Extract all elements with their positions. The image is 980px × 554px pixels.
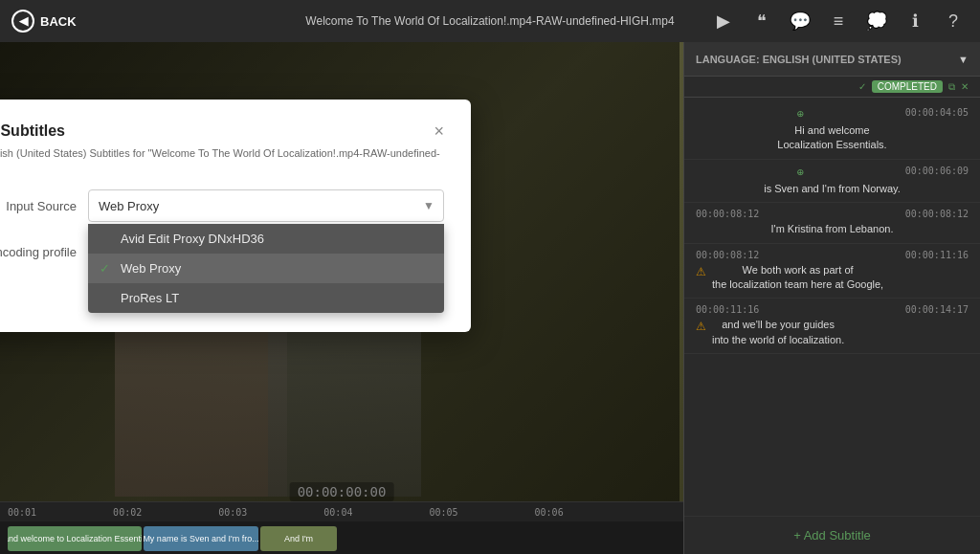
top-bar: ◀ BACK Welcome To The World Of Localizat… — [0, 0, 980, 42]
help-icon[interactable]: ? — [938, 6, 969, 36]
burn-in-subtitles-modal: Burn In Subtitles × Burn in English (Uni… — [0, 100, 471, 332]
main-layout: 00:00:00:00 00:01 00:02 00:03 00:04 00:0… — [0, 42, 980, 554]
back-button[interactable]: ◀ BACK — [11, 10, 77, 33]
check-selected-icon: ✓ — [100, 261, 113, 276]
subtitle-time-start: 00:00:08:12 — [696, 250, 759, 260]
subtitle-time-end: 00:00:14:17 — [905, 304, 969, 315]
completed-badge: COMPLETED — [872, 80, 943, 93]
subtitle-warning-row: ⚠ and we'll be your guidesinto the world… — [696, 318, 969, 347]
subtitle-item[interactable]: ⊕ 00:00:06:09 is Sven and I'm from Norwa… — [684, 160, 980, 203]
subtitle-time-start: 00:00:11:16 — [696, 304, 759, 315]
subtitle-text: and we'll be your guidesinto the world o… — [712, 318, 844, 347]
list-icon[interactable]: ≡ — [823, 6, 854, 36]
input-source-dropdown: Avid Edit Proxy DNxHD36 ✓ Web Proxy ProR… — [88, 224, 444, 313]
subtitle-time-end: 00:00:08:12 — [905, 209, 969, 219]
timeline-clips: Hi and welcome to Localization Essential… — [0, 521, 683, 554]
subtitle-times: 00:00:08:12 00:00:08:12 — [696, 209, 969, 219]
modal-title: Burn In Subtitles — [0, 122, 65, 140]
input-source-label: Input Source — [0, 199, 77, 213]
language-dropdown-arrow[interactable]: ▼ — [958, 54, 969, 65]
subtitle-list: ⊕ 00:00:04:05 Hi and welcomeLocalization… — [684, 98, 980, 516]
subtitle-item[interactable]: 00:00:08:12 00:00:11:16 ⚠ We both work a… — [684, 244, 980, 299]
timeline-ruler: 00:01 00:02 00:03 00:04 00:05 00:06 — [0, 502, 683, 521]
modal-close-button[interactable]: × — [434, 122, 444, 140]
subtitle-time-end: 00:00:06:09 — [905, 166, 969, 179]
warning-icon: ⚠ — [696, 265, 706, 278]
info-icon[interactable]: ℹ — [900, 6, 930, 36]
check-empty — [100, 232, 113, 246]
subtitle-text: Hi and welcomeLocalization Essentials. — [696, 123, 969, 153]
language-bar: LANGUAGE: ENGLISH (UNITED STATES) ▼ — [684, 42, 980, 77]
arrow-icon: ⊕ — [797, 166, 804, 179]
timeline-clip[interactable]: My name is Sven and I'm fro... — [144, 526, 258, 551]
top-icons-group: ▶ ❝ 💬 ≡ 💭 ℹ ? — [708, 6, 969, 36]
input-source-control: Web Proxy ▼ Avid Edit Proxy DNxHD36 ✓ We… — [88, 189, 444, 222]
chat-icon[interactable]: 💬 — [785, 6, 815, 36]
modal-description: Burn in English (United States) Subtitle… — [0, 147, 444, 170]
language-label: LANGUAGE: ENGLISH (UNITED STATES) — [696, 54, 902, 65]
subtitle-text: I'm Kristina from Lebanon. — [696, 222, 969, 236]
input-source-select[interactable]: Web Proxy — [88, 189, 444, 222]
dropdown-item-label: Web Proxy — [121, 261, 181, 276]
checkmark-icon: ✓ — [858, 81, 866, 92]
subtitle-warning-row: ⚠ We both work as part ofthe localizatio… — [696, 263, 969, 293]
arrow-icon: ⊕ — [797, 107, 804, 121]
subtitle-time-end: 00:00:11:16 — [905, 250, 969, 260]
timeline-clip[interactable]: Hi and welcome to Localization Essential… — [8, 526, 142, 551]
timeline-marker: 00:01 — [8, 507, 36, 518]
dropdown-item-prores[interactable]: ProRes LT — [88, 283, 444, 313]
back-circle-icon: ◀ — [11, 10, 34, 33]
dropdown-item-avid[interactable]: Avid Edit Proxy DNxHD36 — [88, 224, 444, 254]
copy-icon[interactable]: ⧉ — [948, 81, 955, 93]
timeline-marker: 00:03 — [218, 507, 247, 518]
warning-icon: ⚠ — [696, 320, 706, 333]
subtitle-times: 00:00:08:12 00:00:11:16 — [696, 250, 969, 260]
timeline-marker: 00:05 — [429, 507, 457, 518]
video-area: 00:00:00:00 00:01 00:02 00:03 00:04 00:0… — [0, 42, 683, 554]
play-icon[interactable]: ▶ — [708, 6, 739, 36]
subtitle-times: ⊕ 00:00:06:09 — [696, 166, 969, 179]
modal-header: Burn In Subtitles × — [0, 122, 444, 140]
timeline-marker: 00:02 — [113, 507, 142, 518]
dropdown-item-label: Avid Edit Proxy DNxHD36 — [121, 232, 264, 246]
timeline-marker: 00:04 — [323, 507, 352, 518]
back-label: BACK — [40, 14, 77, 29]
subtitle-times: ⊕ 00:00:04:05 — [696, 107, 969, 121]
subtitle-text: is Sven and I'm from Norway. — [696, 182, 969, 196]
completed-bar: ✓ COMPLETED ⧉ ✕ — [684, 77, 980, 98]
speech-icon[interactable]: 💭 — [861, 6, 892, 36]
check-empty — [100, 291, 113, 305]
subtitle-times: 00:00:11:16 00:00:14:17 — [696, 304, 969, 315]
right-panel: LANGUAGE: ENGLISH (UNITED STATES) ▼ ✓ CO… — [683, 42, 980, 554]
subtitle-item[interactable]: ⊕ 00:00:04:05 Hi and welcomeLocalization… — [684, 101, 980, 160]
timeline-clip[interactable]: And I'm — [260, 526, 337, 551]
dropdown-item-webproxy[interactable]: ✓ Web Proxy — [88, 254, 444, 283]
add-subtitle-button[interactable]: + Add Subtitle — [684, 516, 980, 554]
close-completed-icon[interactable]: ✕ — [961, 81, 969, 92]
subtitle-time-end: 00:00:04:05 — [905, 107, 969, 121]
video-title: Welcome To The World Of Localization!.mp… — [305, 14, 674, 28]
timeline: 00:01 00:02 00:03 00:04 00:05 00:06 Hi a… — [0, 501, 683, 554]
subtitle-item[interactable]: 00:00:11:16 00:00:14:17 ⚠ and we'll be y… — [684, 299, 980, 354]
subtitle-item[interactable]: 00:00:08:12 00:00:08:12 I'm Kristina fro… — [684, 203, 980, 243]
output-encoding-label: Output encoding profile — [0, 245, 77, 259]
timeline-marker: 00:06 — [535, 507, 564, 518]
subtitle-time-start: 00:00:08:12 — [696, 209, 759, 219]
quote-icon[interactable]: ❝ — [746, 6, 777, 36]
dropdown-item-label: ProRes LT — [121, 291, 179, 305]
input-source-row: Input Source Web Proxy ▼ Avid Edit Proxy… — [0, 189, 444, 222]
subtitle-text: We both work as part ofthe localization … — [712, 263, 883, 293]
